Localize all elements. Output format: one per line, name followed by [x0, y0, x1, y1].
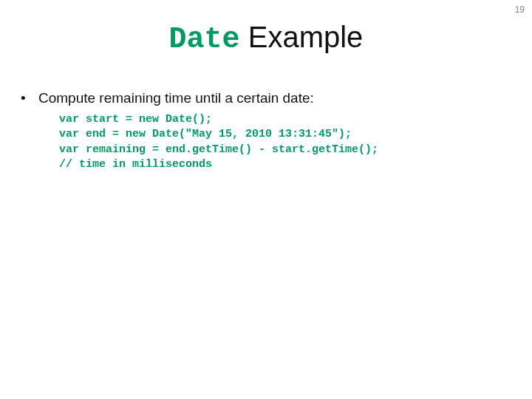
code-line-4: // time in milliseconds — [59, 158, 212, 171]
slide-title: Date Example — [0, 21, 532, 56]
bullet-item: • Compute remaining time until a certain… — [21, 90, 511, 106]
code-block: var start = new Date(); var end = new Da… — [59, 112, 511, 172]
page-number: 19 — [515, 4, 525, 15]
title-rest: Example — [240, 21, 364, 53]
code-line-3: var remaining = end.getTime() - start.ge… — [59, 143, 378, 156]
code-line-1: var start = new Date(); — [59, 113, 212, 126]
title-code-word: Date — [169, 23, 240, 56]
bullet-text: Compute remaining time until a certain d… — [38, 90, 314, 106]
code-line-2: var end = new Date("May 15, 2010 13:31:4… — [59, 128, 352, 140]
bullet-marker: • — [21, 90, 38, 106]
content-area: • Compute remaining time until a certain… — [0, 90, 532, 172]
